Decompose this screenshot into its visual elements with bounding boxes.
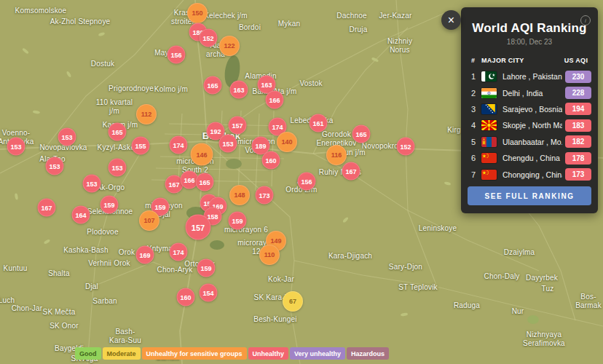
rank-number: 2 [471, 89, 481, 98]
aqi-marker[interactable]: 116 [326, 145, 347, 165]
aqi-marker[interactable]: 160 [262, 151, 280, 170]
aqi-marker[interactable]: 159 [229, 212, 247, 230]
rank-number: 7 [471, 170, 481, 179]
see-full-ranking-button[interactable]: SEE FULL RANKING [468, 186, 591, 205]
aqi-marker[interactable]: 160 [177, 288, 195, 306]
legend-item: Hazardous [347, 347, 389, 360]
close-ranking-button[interactable]: × [441, 10, 461, 30]
aqi-marker[interactable]: 165 [204, 76, 222, 95]
aqi-marker[interactable]: 169 [136, 246, 154, 264]
air-quality-map[interactable]: KomsomolskoeAk-Zhol StepnoyeKrasny stroi… [0, 0, 603, 364]
ranking-table-header: # MAJOR CITY US AQI [461, 55, 598, 66]
aqi-marker[interactable]: 140 [277, 132, 297, 152]
aqi-marker[interactable]: 153 [83, 175, 101, 193]
rank-number: 3 [471, 105, 481, 114]
aqi-marker[interactable]: 161 [310, 114, 328, 132]
aqi-marker[interactable]: 153 [7, 138, 25, 156]
panel-timestamp: 18:00, Dec 23 [461, 38, 598, 46]
aqi-marker[interactable]: 165 [109, 123, 127, 141]
ranking-row[interactable]: 6 Chengdu , China 178 [461, 150, 598, 166]
aqi-marker[interactable]: 163 [230, 81, 248, 99]
city-name: Ulaanbaatar , Mo... [502, 138, 562, 146]
city-name: Chongqing , China [502, 170, 562, 179]
aqi-marker[interactable]: 154 [200, 284, 218, 302]
ranking-row[interactable]: 3 Sarajevo , Bosnia ... 194 [461, 101, 598, 117]
aqi-marker[interactable]: 167 [342, 162, 360, 181]
aqi-marker[interactable]: 148 [229, 185, 250, 205]
aqi-marker[interactable]: 152 [397, 138, 415, 156]
park-patch [226, 159, 242, 169]
ranking-row[interactable]: 1 Lahore , Pakistan 230 [461, 68, 598, 84]
aqi-marker[interactable]: 174 [170, 243, 188, 261]
flag-icon-ba [481, 104, 497, 114]
info-icon[interactable]: i [580, 15, 591, 25]
aqi-marker[interactable]: 164 [72, 206, 90, 224]
flag-icon-cn [481, 170, 497, 180]
aqi-legend: GoodModerateUnhealthy for sensitive grou… [75, 347, 389, 360]
flag-icon-mn [481, 137, 497, 147]
city-name: Sarajevo , Bosnia ... [502, 105, 562, 114]
legend-item: Unhealthy for sensitive groups [142, 347, 247, 360]
aqi-badge: 178 [565, 152, 591, 165]
aqi-badge: 230 [565, 71, 591, 83]
aqi-marker[interactable]: 110 [259, 245, 280, 265]
aqi-marker[interactable]: 146 [191, 143, 213, 166]
aqi-badge: 182 [565, 135, 591, 148]
ranking-row[interactable]: 2 Delhi , India 228 [461, 84, 598, 100]
aqi-badge: 183 [565, 119, 591, 132]
aqi-marker[interactable]: 112 [136, 104, 157, 124]
aqi-marker[interactable]: 153 [46, 157, 64, 175]
aqi-marker[interactable]: 159 [100, 196, 119, 214]
aqi-marker[interactable]: 67 [283, 291, 303, 312]
ranking-row[interactable]: 7 Chongqing , China 173 [461, 166, 598, 182]
aqi-marker[interactable]: 166 [266, 91, 284, 109]
aqi-marker[interactable]: 156 [298, 173, 316, 191]
flag-icon-mk [481, 120, 497, 130]
aqi-marker[interactable]: 157 [229, 116, 247, 135]
legend-item: Very unhealthy [290, 347, 345, 360]
aqi-marker[interactable]: 157 [186, 215, 211, 240]
aqi-marker[interactable]: 173 [256, 186, 274, 205]
aqi-marker[interactable]: 153 [109, 159, 127, 177]
aqi-marker[interactable]: 156 [168, 46, 186, 64]
aqi-badge: 194 [565, 103, 591, 115]
aqi-column-header: US AQI [561, 57, 591, 64]
aqi-marker[interactable]: 155 [132, 137, 150, 155]
aqi-marker[interactable]: 153 [58, 128, 76, 146]
aqi-badge: 228 [565, 87, 591, 99]
rank-column-header: # [471, 57, 481, 64]
aqi-marker[interactable]: 107 [139, 210, 159, 231]
city-name: Lahore , Pakistan [502, 72, 562, 81]
aqi-marker[interactable]: 165 [196, 173, 214, 191]
panel-title: World AQI Ranking [461, 21, 598, 36]
rank-number: 6 [471, 154, 481, 162]
close-icon: × [448, 15, 454, 26]
park-patch [527, 315, 539, 324]
aqi-marker[interactable]: 153 [219, 135, 237, 153]
city-name: Chengdu , China [502, 154, 562, 162]
ranking-rows: 1 Lahore , Pakistan 230 2 Delhi , India … [461, 68, 598, 183]
aqi-marker[interactable]: 167 [38, 199, 56, 217]
ranking-row[interactable]: 4 Skopje , North Ma... 183 [461, 117, 598, 133]
aqi-marker[interactable]: 159 [197, 259, 216, 277]
legend-item: Moderate [103, 347, 141, 360]
aqi-marker[interactable]: 150 [187, 3, 208, 23]
rank-number: 4 [471, 121, 481, 130]
flag-icon-in [481, 88, 497, 98]
rank-number: 5 [471, 138, 481, 146]
aqi-marker[interactable]: 165 [352, 125, 371, 143]
ranking-row[interactable]: 5 Ulaanbaatar , Mo... 182 [461, 134, 598, 150]
aqi-marker[interactable]: 152 [200, 29, 218, 47]
legend-item: Good [75, 347, 101, 360]
city-name: Skopje , North Ma... [502, 121, 562, 130]
flag-icon-pk [481, 71, 497, 82]
aqi-marker[interactable]: 174 [170, 136, 188, 154]
aqi-marker[interactable]: 122 [219, 36, 240, 56]
world-aqi-ranking-panel: i World AQI Ranking 18:00, Dec 23 # MAJO… [461, 7, 598, 213]
city-name: Delhi , India [502, 89, 562, 98]
city-column-header: MAJOR CITY [481, 57, 561, 64]
flag-icon-cn [481, 153, 497, 163]
aqi-badge: 173 [565, 168, 591, 181]
rank-number: 1 [471, 72, 481, 81]
legend-item: Unhealthy [248, 347, 289, 360]
